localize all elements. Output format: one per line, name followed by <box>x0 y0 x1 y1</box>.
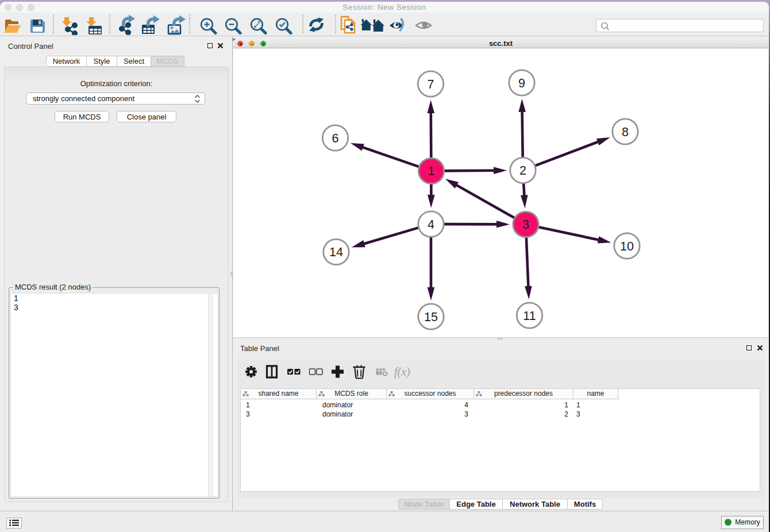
svg-text:11: 11 <box>523 309 536 323</box>
svg-text:14: 14 <box>329 245 343 259</box>
svg-text:7: 7 <box>428 78 434 91</box>
svg-text:3: 3 <box>522 218 529 232</box>
svg-text:10: 10 <box>620 240 634 253</box>
svg-text:2: 2 <box>519 164 526 178</box>
svg-text:f(x): f(x) <box>394 365 410 379</box>
svg-text:6: 6 <box>332 132 339 145</box>
svg-text:1: 1 <box>428 164 435 178</box>
svg-text:8: 8 <box>622 125 629 139</box>
svg-text:15: 15 <box>424 310 438 324</box>
svg-text:9: 9 <box>518 76 525 90</box>
svg-text:4: 4 <box>428 218 434 232</box>
